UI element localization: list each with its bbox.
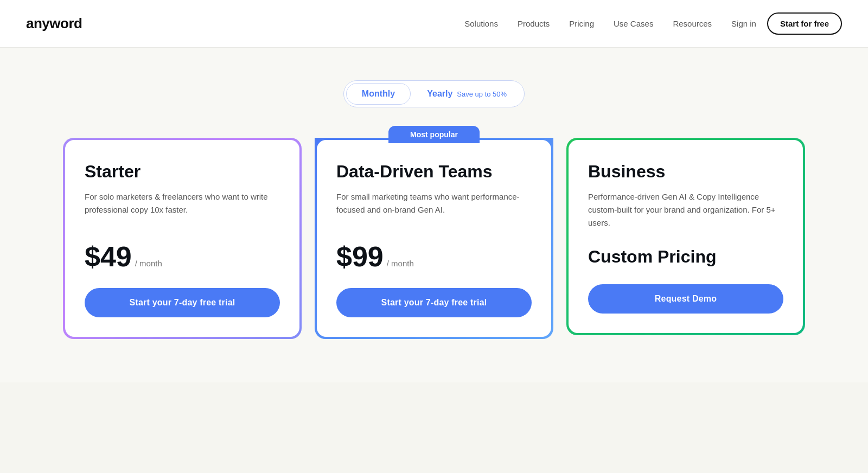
popular-cta-button[interactable]: Start your 7-day free trial [336, 288, 532, 317]
business-plan-desc: Performance-driven Gen AI & Copy Intelli… [588, 190, 783, 229]
business-plan-name: Business [588, 162, 783, 182]
popular-card: Data-Driven Teams For small marketing te… [317, 140, 551, 337]
popular-badge: Most popular [388, 126, 480, 143]
popular-price-period: / month [387, 259, 414, 268]
pricing-cards: Starter For solo marketers & freelancers… [54, 138, 814, 339]
nav-item-solutions[interactable]: Solutions [464, 19, 498, 28]
popular-plan-name: Data-Driven Teams [336, 162, 532, 182]
start-free-button[interactable]: Start for free [767, 12, 842, 35]
business-card: Business Performance-driven Gen AI & Cop… [569, 140, 803, 333]
save-badge: Save up to 50% [457, 90, 507, 98]
billing-toggle: Monthly Yearly Save up to 50% [26, 80, 842, 107]
starter-plan-name: Starter [85, 162, 280, 182]
starter-plan-desc: For solo marketers & freelancers who wan… [85, 190, 280, 225]
business-card-outer: Business Performance-driven Gen AI & Cop… [566, 138, 805, 335]
yearly-label: Yearly [427, 89, 452, 99]
starter-cta-button[interactable]: Start your 7-day free trial [85, 288, 280, 317]
popular-price-block: $99 / month [336, 242, 532, 271]
toggle-pill: Monthly Yearly Save up to 50% [343, 80, 525, 107]
starter-price-amount: $49 [85, 242, 132, 271]
starter-card: Starter For solo marketers & freelancers… [65, 140, 299, 337]
nav-item-products[interactable]: Products [518, 19, 550, 28]
popular-price-amount: $99 [336, 242, 384, 271]
nav-item-use-cases[interactable]: Use Cases [614, 19, 653, 28]
nav-links: Solutions Products Pricing Use Cases Res… [464, 19, 712, 29]
popular-card-wrapper: Most popular Data-Driven Teams For small… [315, 138, 553, 339]
nav-item-resources[interactable]: Resources [673, 19, 712, 28]
starter-price-block: $49 / month [85, 242, 280, 271]
logo: anyword [26, 15, 82, 32]
yearly-toggle[interactable]: Yearly Save up to 50% [412, 83, 522, 105]
signin-link[interactable]: Sign in [731, 19, 756, 28]
monthly-label: Monthly [362, 89, 395, 99]
nav-item-pricing[interactable]: Pricing [569, 19, 594, 28]
pricing-section: Monthly Yearly Save up to 50% Starter Fo… [0, 48, 868, 382]
starter-card-outer: Starter For solo marketers & freelancers… [63, 138, 302, 339]
business-custom-pricing: Custom Pricing [588, 247, 783, 267]
popular-plan-desc: For small marketing teams who want perfo… [336, 190, 532, 225]
business-cta-button[interactable]: Request Demo [588, 284, 783, 314]
popular-card-outer: Data-Driven Teams For small marketing te… [315, 138, 553, 339]
navbar: anyword Solutions Products Pricing Use C… [0, 0, 868, 48]
starter-price-period: / month [135, 259, 162, 268]
monthly-toggle[interactable]: Monthly [346, 83, 411, 105]
